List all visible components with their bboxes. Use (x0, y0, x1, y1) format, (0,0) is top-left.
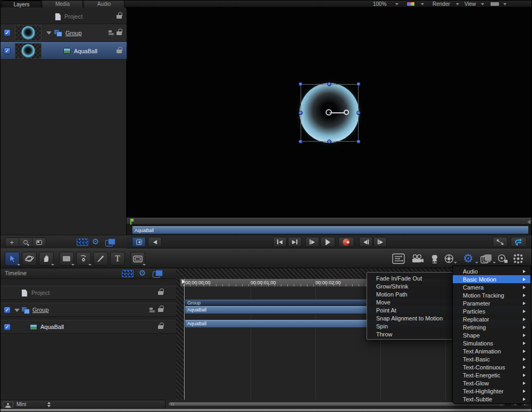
mute-button[interactable] (148, 237, 162, 247)
menu-item-audio[interactable]: Audio (453, 267, 530, 275)
selection-handle[interactable] (298, 82, 303, 86)
menu-item-text-energetic[interactable]: Text-Energetic (453, 371, 530, 379)
chevron-down-icon[interactable] (456, 3, 459, 5)
filters-column-button[interactable] (105, 238, 115, 246)
behaviors-column-button[interactable]: ⚙ (139, 269, 146, 277)
pan-tool-button[interactable] (39, 252, 54, 266)
menu-item-motion-path[interactable]: Motion Path (367, 290, 452, 298)
menu-item-parameter[interactable]: Parameter (453, 299, 530, 307)
tab-audio[interactable]: Audio (84, 1, 124, 7)
menu-item-snap-alignment[interactable]: Snap Alignment to Motion (367, 314, 452, 322)
chevron-down-icon[interactable] (395, 3, 398, 5)
canvas-zoom-select[interactable]: 100% (373, 1, 387, 7)
lock-icon[interactable] (158, 308, 163, 312)
anchor-point-handle[interactable] (326, 109, 332, 116)
lock-icon[interactable] (117, 50, 122, 53)
step-forward-button[interactable] (373, 237, 387, 247)
chevron-down-icon[interactable] (503, 3, 506, 5)
disclosure-triangle-icon[interactable] (14, 309, 20, 312)
group-activation-checkbox[interactable]: ✓ (4, 307, 11, 314)
add-behavior-button[interactable]: ⚙ (460, 252, 476, 266)
menu-item-spin[interactable]: Spin (367, 322, 452, 330)
show-mask-columns-button[interactable] (122, 270, 134, 277)
menu-item-retiming[interactable]: Retiming (453, 323, 530, 331)
hud-toggle-button[interactable] (390, 252, 406, 266)
menu-item-camera[interactable]: Camera (453, 283, 530, 291)
selection-handle[interactable] (298, 139, 303, 144)
select-tool-button[interactable] (5, 252, 20, 266)
menu-item-text-animation[interactable]: Text Animation (453, 347, 530, 355)
replicate-button[interactable] (511, 252, 525, 266)
loop-playback-button[interactable] (511, 237, 527, 247)
menu-item-text-basic[interactable]: Text-Basic (453, 355, 530, 363)
play-range-scrubber[interactable] (127, 218, 532, 225)
search-button[interactable] (19, 238, 33, 246)
lock-icon[interactable] (117, 15, 122, 19)
menu-item-text-highlighter[interactable]: Text-Highlighter (453, 387, 530, 395)
menu-item-replicator[interactable]: Replicator (453, 315, 530, 323)
menu-item-point-at[interactable]: Point At (367, 306, 452, 314)
menu-item-motion-tracking[interactable]: Motion Tracking (453, 291, 530, 299)
disclosure-triangle-icon[interactable] (46, 31, 52, 35)
show-mask-columns-button[interactable] (77, 238, 88, 246)
selection-handle[interactable] (356, 139, 361, 144)
make-particles-button[interactable] (496, 252, 509, 266)
bezier-tool-button[interactable] (76, 252, 91, 266)
record-button[interactable] (338, 237, 354, 247)
color-channels-icon[interactable] (406, 2, 415, 6)
text-tool-button[interactable]: T (110, 252, 125, 266)
go-to-end-button[interactable] (288, 237, 302, 247)
new-generator-button[interactable] (443, 252, 455, 266)
rectangle-tool-button[interactable] (59, 252, 74, 266)
behaviors-column-button[interactable]: ⚙ (92, 238, 99, 245)
scrollbar-grip-icon[interactable] (171, 403, 173, 406)
add-layer-button[interactable]: + (5, 238, 19, 246)
menu-item-fade[interactable]: Fade In/Fade Out (367, 274, 452, 282)
blend-mode-icon[interactable] (109, 30, 115, 36)
view-layout-icon[interactable] (490, 2, 500, 6)
group-activation-checkbox[interactable]: ✓ (4, 29, 11, 36)
layer-row-aquaball[interactable]: ✓ AquaBall (1, 42, 127, 60)
tab-media[interactable]: Media (43, 1, 83, 7)
mini-timeline[interactable]: AquaBall (127, 225, 532, 235)
timeline-row-group[interactable]: ✓ Group (1, 303, 176, 317)
zoom-preset-select[interactable]: Mini (16, 401, 26, 407)
menu-item-basic-motion[interactable]: Basic Motion (453, 275, 530, 283)
playhead-marker[interactable] (130, 219, 131, 225)
selection-handle[interactable] (327, 82, 331, 86)
selection-handle[interactable] (356, 82, 361, 86)
selection-handle[interactable] (327, 139, 331, 144)
timeline-row-aquaball[interactable]: ✓ AquaBall (1, 320, 176, 334)
show-audio-button[interactable] (132, 237, 146, 247)
render-menu[interactable]: Render (433, 1, 450, 7)
tab-layers[interactable]: Layers (2, 1, 41, 7)
timeline-row-project[interactable]: Project (1, 286, 176, 300)
mini-timeline-clip[interactable]: AquaBall (132, 226, 529, 234)
canvas[interactable] (127, 7, 532, 218)
timeline-playhead[interactable] (184, 279, 185, 400)
lock-icon[interactable] (117, 31, 122, 35)
mask-tool-button[interactable] (130, 252, 145, 266)
aquaball-activation-checkbox[interactable]: ✓ (4, 47, 11, 54)
menu-item-simulations[interactable]: Simulations (453, 339, 530, 347)
out-point-marker-icon[interactable] (527, 220, 530, 224)
filters-column-button[interactable] (153, 270, 162, 277)
rotation-handle[interactable] (344, 110, 349, 115)
go-to-start-button[interactable] (273, 237, 287, 247)
layer-row-group[interactable]: ✓ Group (1, 24, 127, 42)
layer-row-project[interactable]: Project (1, 9, 127, 24)
new-camera-button[interactable] (410, 252, 425, 266)
menu-item-throw[interactable]: Throw (367, 330, 452, 338)
menu-item-shape[interactable]: Shape (453, 331, 530, 339)
chevron-down-icon[interactable] (421, 3, 424, 5)
aquaball-activation-checkbox[interactable]: ✓ (4, 324, 11, 331)
fullscreen-button[interactable] (493, 237, 508, 247)
new-light-button[interactable] (428, 252, 441, 266)
window-resize-edge[interactable] (1, 408, 532, 412)
step-back-button[interactable] (359, 237, 372, 247)
add-filter-button[interactable] (479, 252, 493, 266)
lock-icon[interactable] (158, 325, 163, 329)
play-button[interactable] (320, 237, 335, 247)
chevron-down-icon[interactable] (481, 3, 484, 5)
blend-mode-icon[interactable] (149, 308, 156, 313)
